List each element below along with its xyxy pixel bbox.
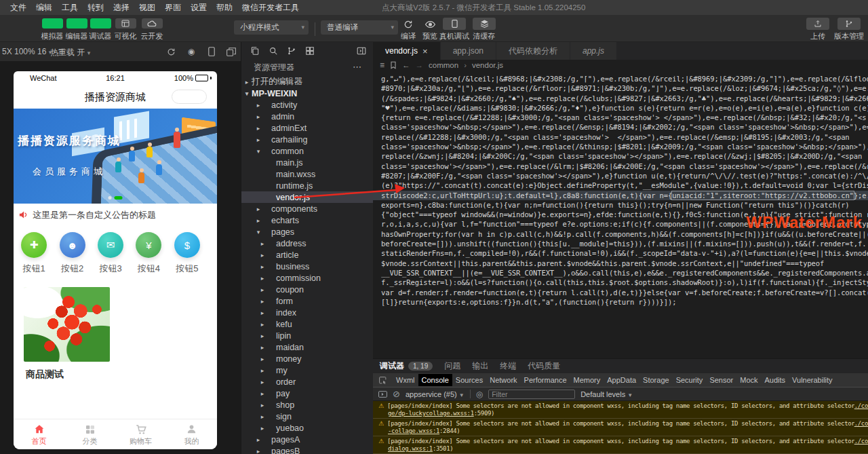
more-actions-icon[interactable]: ⋯ [353, 60, 362, 75]
debugger-tab-输出[interactable]: 输出 [472, 360, 488, 372]
debugger-tab-代码质量[interactable]: 代码质量 [528, 360, 560, 372]
devtools-tab-Audits[interactable]: Audits [762, 374, 789, 386]
tree-item-sign[interactable]: ▸sign [241, 411, 373, 422]
tab-item-分类[interactable]: 分类 [64, 419, 115, 449]
quick-button[interactable]: ¥按钮4 [130, 230, 167, 287]
extensions-icon[interactable] [305, 46, 315, 56]
warning-source-link[interactable]: -collage.wxss:1 [388, 428, 439, 435]
tree-item-components[interactable]: ▸components [241, 203, 373, 214]
tree-item-main.wxss[interactable]: main.wxss [241, 168, 373, 180]
files-icon[interactable] [250, 46, 260, 56]
menu-item[interactable]: 工具 [57, 0, 83, 15]
tree-item-pay[interactable]: ▸pay [241, 387, 373, 399]
warning-source-link[interactable]: ge/dp-luckycollage.wxss:1 [388, 410, 474, 417]
devtools-tab-Console[interactable]: Console [418, 374, 452, 386]
debugger-tab-终端[interactable]: 终端 [500, 360, 516, 372]
warning-source-link[interactable]: ./co [854, 420, 868, 428]
menu-item[interactable]: 选择 [108, 0, 134, 15]
tree-item-business[interactable]: ▸business [241, 261, 373, 272]
mode-select[interactable]: 小程序模式 ▾ [234, 20, 309, 35]
devtools-tab-Mock[interactable]: Mock [736, 374, 761, 386]
warning-source-link[interactable]: dialog.wxss:1 [388, 445, 433, 453]
multi-window-icon[interactable] [225, 45, 237, 58]
search-icon[interactable] [269, 46, 278, 56]
tree-item-shop[interactable]: ▸shop [241, 399, 373, 411]
tree-item-lipin[interactable]: ▸lipin [241, 330, 373, 341]
visualize-button[interactable]: 可视化 [111, 18, 140, 41]
devtools-tab-Sources[interactable]: Sources [452, 374, 486, 386]
version-manage-button[interactable]: 版本管理 [833, 18, 865, 41]
debugger-tab-调试器[interactable]: 调试器1, 19 [380, 360, 433, 372]
back-icon[interactable]: ← [402, 61, 410, 69]
devtools-tab-Performance[interactable]: Performance [521, 374, 570, 386]
editor-tab-app.json[interactable]: app.json [441, 42, 496, 60]
quick-button[interactable]: ✉按钮3 [92, 230, 130, 287]
tree-item-article[interactable]: ▸article [241, 249, 373, 261]
tree-item-MP-WEIXIN[interactable]: ▾MP-WEIXIN [241, 88, 373, 99]
compile-button[interactable]: 编译 [397, 18, 419, 41]
devtools-tab-Wxml[interactable]: Wxml [393, 374, 418, 386]
breadcrumb-folder[interactable]: common [429, 61, 458, 69]
editor-tab-代码依赖分析[interactable]: 代码依赖分析 [496, 42, 570, 60]
tree-item-runtime.js[interactable]: runtime.js [241, 180, 373, 191]
tree-item-my[interactable]: ▸my [241, 364, 373, 376]
tree-item-maidan[interactable]: ▸maidan [241, 341, 373, 353]
quick-button[interactable]: ✚按钮1 [15, 230, 53, 287]
menu-item[interactable]: 帮助 [212, 0, 237, 15]
upload-button[interactable]: 上传 [804, 18, 831, 41]
warning-source-link[interactable]: ./co [854, 438, 868, 445]
carousel-dot-active[interactable] [115, 196, 123, 200]
devtools-tab-Storage[interactable]: Storage [639, 374, 673, 386]
phone-frame-icon[interactable] [205, 45, 218, 58]
tree-item-vendor.js[interactable]: vendor.js [241, 191, 373, 203]
devtools-tab-Network[interactable]: Network [486, 374, 520, 386]
close-icon[interactable]: × [422, 46, 428, 56]
menu-item[interactable]: 微信开发者工具 [237, 0, 304, 15]
cloud-dev-button[interactable]: 云开发 [137, 18, 167, 41]
tree-item-pagesA[interactable]: ▸pagesA [241, 434, 373, 445]
menu-item[interactable]: 文件 [5, 0, 31, 15]
outline-icon[interactable]: ≡ [380, 60, 384, 70]
context-selector[interactable]: appservice (#5)▼ [406, 390, 465, 398]
record-icon[interactable]: ◉ [185, 45, 197, 58]
tree-item-pagesB[interactable]: ▸pagesB [241, 445, 373, 454]
tab-item-购物车[interactable]: 购物车 [115, 419, 166, 449]
clear-console-icon[interactable]: ⊘ [393, 389, 400, 399]
device-zoom-select[interactable]: 5X 100% 16 ▾ [2, 47, 52, 56]
git-branch-icon[interactable] [287, 46, 296, 56]
editor-tab-vendor.js[interactable]: vendor.js× [373, 42, 441, 60]
capsule-button[interactable] [172, 90, 207, 104]
menu-item[interactable]: 界面 [160, 0, 186, 15]
warning-source-link[interactable]: ./co [854, 402, 868, 410]
devtools-tab-AppData[interactable]: AppData [604, 374, 639, 386]
devtools-tab-Security[interactable]: Security [673, 374, 707, 386]
tree-item-order[interactable]: ▸order [241, 376, 373, 387]
banner-carousel[interactable]: 播播资源服务商城 会员服务商城 [14, 109, 217, 204]
quick-button[interactable]: $按钮5 [168, 230, 206, 287]
carousel-dot[interactable] [108, 196, 112, 200]
clear-cache-button[interactable]: 清缓存 [471, 18, 498, 41]
menu-item[interactable]: 设置 [186, 0, 212, 15]
tree-item-common[interactable]: ▾common [241, 145, 373, 157]
menu-item[interactable]: 转到 [83, 0, 108, 15]
tree-item-money[interactable]: ▸money [241, 353, 373, 364]
hot-reload-select[interactable]: 热重载 开 ▾ [50, 47, 90, 58]
tree-item-admin[interactable]: ▸admin [241, 111, 373, 122]
tree-item-kefu[interactable]: ▸kefu [241, 318, 373, 330]
tree-item-form[interactable]: ▸form [241, 295, 373, 307]
tree-item-打开的编辑器[interactable]: ▸打开的编辑器 [241, 76, 373, 88]
product-image[interactable] [24, 287, 110, 362]
devtools-tab-Sensor[interactable]: Sensor [706, 374, 736, 386]
tab-item-我的[interactable]: 我的 [166, 419, 217, 449]
tree-item-activity[interactable]: ▸activity [241, 99, 373, 111]
devtools-tab-Vulnerability[interactable]: Vulnerability [789, 374, 836, 386]
rotate-icon[interactable] [165, 45, 177, 58]
execution-context-icon[interactable] [378, 390, 387, 398]
breadcrumb-file[interactable]: vendor.js [472, 61, 503, 69]
tree-item-echarts[interactable]: ▸echarts [241, 214, 373, 226]
devtools-tab-Memory[interactable]: Memory [570, 374, 604, 386]
debugger-tab-问题[interactable]: 问题 [444, 360, 460, 372]
tree-item-address[interactable]: ▸address [241, 238, 373, 249]
tree-item-commission[interactable]: ▸commission [241, 272, 373, 284]
tree-item-carhailing[interactable]: ▸carhailing [241, 134, 373, 145]
